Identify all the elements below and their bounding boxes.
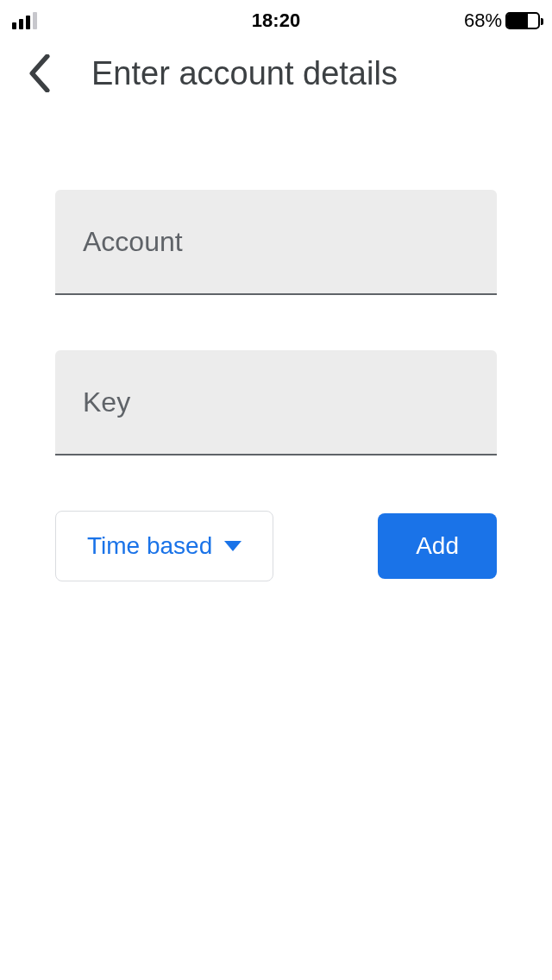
form-actions-row: Time based Add bbox=[55, 511, 497, 581]
status-bar: 18:20 68% bbox=[0, 0, 552, 35]
type-select[interactable]: Time based bbox=[55, 511, 273, 581]
account-field[interactable] bbox=[55, 190, 497, 295]
signal-icon bbox=[12, 12, 37, 29]
chevron-left-icon bbox=[28, 54, 52, 92]
battery-indicator: 68% bbox=[464, 9, 540, 32]
battery-icon bbox=[505, 12, 540, 29]
key-field[interactable] bbox=[55, 350, 497, 455]
battery-percent: 68% bbox=[464, 9, 502, 32]
chevron-down-icon bbox=[224, 541, 242, 551]
type-select-label: Time based bbox=[87, 532, 212, 560]
status-right: 68% bbox=[464, 9, 540, 32]
status-left bbox=[12, 12, 37, 29]
back-button[interactable] bbox=[14, 47, 66, 99]
status-time: 18:20 bbox=[252, 9, 300, 32]
account-form: Time based Add bbox=[0, 112, 552, 581]
page-title: Enter account details bbox=[66, 55, 538, 92]
app-header: Enter account details bbox=[0, 35, 552, 112]
add-button[interactable]: Add bbox=[378, 513, 497, 579]
